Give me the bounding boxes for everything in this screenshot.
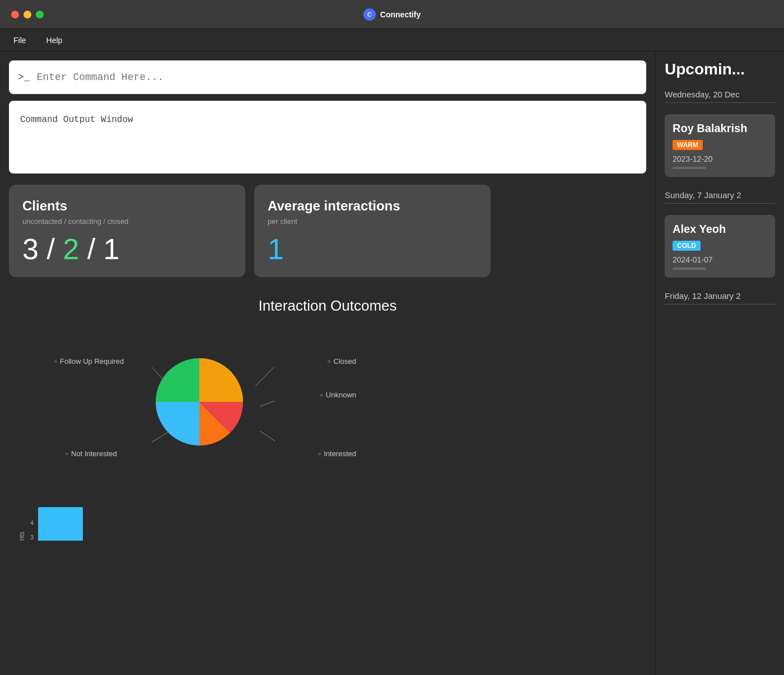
bar-chart-y-label: nts xyxy=(18,496,26,541)
command-prompt-icon: >_ xyxy=(18,72,30,83)
app-title: C Connectify xyxy=(363,8,421,21)
pie-chart-svg xyxy=(155,357,244,447)
avg-interactions-value: 1 xyxy=(268,235,477,264)
pie-label-closed: Closed xyxy=(327,357,356,365)
clients-value: 3 / 2 / 1 xyxy=(22,235,232,264)
svg-line-2 xyxy=(260,401,275,406)
menu-help[interactable]: Help xyxy=(42,34,67,47)
appointment-name-0: Roy Balakrish xyxy=(673,122,767,135)
appointment-date-1: 2024-01-07 xyxy=(673,255,767,264)
appointment-bar-1 xyxy=(673,268,706,270)
close-button[interactable] xyxy=(11,11,19,18)
bar-chart-area: nts 4 3 xyxy=(9,496,646,541)
pie-slice-notinterested xyxy=(199,358,243,402)
clients-card: Clients uncontacted / contacting / close… xyxy=(9,185,245,277)
stats-row: Clients uncontacted / contacting / close… xyxy=(9,185,646,277)
command-output-area: Command Output Window xyxy=(9,101,646,174)
command-input-area: >_ xyxy=(9,60,646,94)
menu-file[interactable]: File xyxy=(9,34,31,47)
menu-bar: File Help xyxy=(0,29,784,51)
appointment-card-1: Alex Yeoh COLD 2024-01-07 xyxy=(665,215,775,278)
main-content: >_ Command Output Window Clients unconta… xyxy=(0,51,784,675)
pie-label-interested: Interested xyxy=(318,449,356,458)
clients-sep2: / xyxy=(87,233,104,265)
pie-label-followup: Follow Up Required xyxy=(54,357,124,365)
clients-closed: 1 xyxy=(104,233,120,265)
command-output-text: Command Output Window xyxy=(20,115,133,125)
clients-subtitle: uncontacted / contacting / closed xyxy=(22,217,232,226)
appointment-date-0: 2023-12-20 xyxy=(673,154,767,163)
interaction-outcomes-section: Interaction Outcomes xyxy=(9,284,646,480)
bar-y-3: 3 xyxy=(30,534,34,541)
clients-uncontacted: 3 xyxy=(22,233,39,265)
maximize-button[interactable] xyxy=(36,11,44,18)
pie-chart-container: Follow Up Required Closed Unknown Intere… xyxy=(54,324,362,480)
pie-slice-closed xyxy=(156,402,199,446)
clients-title: Clients xyxy=(22,198,232,214)
badge-cold-1: COLD xyxy=(673,241,701,251)
badge-warm-0: WARM xyxy=(673,140,703,150)
app-name: Connectify xyxy=(380,10,421,19)
bar-1 xyxy=(38,507,83,541)
avg-interactions-title: Average interactions xyxy=(268,198,477,214)
pie-slice-followup xyxy=(156,358,199,402)
appointment-card-0: Roy Balakrish WARM 2023-12-20 xyxy=(665,114,775,177)
right-panel: Upcomin... Wednesday, 20 Dec Roy Balakri… xyxy=(655,51,784,675)
svg-line-1 xyxy=(255,367,274,386)
pie-label-notinterested: Not Interested xyxy=(65,449,117,458)
window-controls xyxy=(11,11,44,18)
upcoming-title: Upcomin... xyxy=(665,60,775,78)
app-icon: C xyxy=(363,8,376,21)
command-input[interactable] xyxy=(37,72,637,83)
appointment-bar-0 xyxy=(673,167,706,169)
left-panel: >_ Command Output Window Clients unconta… xyxy=(0,51,655,675)
date-divider-2: Friday, 12 January 2 xyxy=(665,291,775,304)
appointment-name-1: Alex Yeoh xyxy=(673,223,767,236)
date-divider-1: Sunday, 7 January 2 xyxy=(665,190,775,204)
title-bar: C Connectify xyxy=(0,0,784,29)
bar-y-4: 4 xyxy=(30,519,34,526)
pie-label-unknown: Unknown xyxy=(320,391,356,399)
clients-contacting: 2 xyxy=(63,233,79,265)
avg-interactions-card: Average interactions per client 1 xyxy=(254,185,491,277)
svg-line-3 xyxy=(260,431,275,441)
avg-interactions-subtitle: per client xyxy=(268,217,477,226)
minimize-button[interactable] xyxy=(24,11,31,18)
clients-sep1: / xyxy=(46,233,63,265)
interaction-outcomes-title: Interaction Outcomes xyxy=(9,297,646,315)
date-divider-0: Wednesday, 20 Dec xyxy=(665,90,775,103)
